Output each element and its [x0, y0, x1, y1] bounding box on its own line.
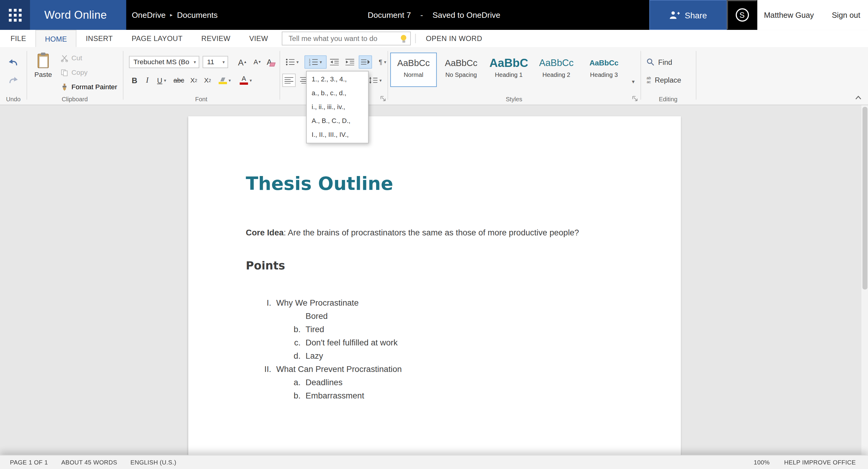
scrollbar-thumb[interactable] [863, 107, 868, 289]
ltr-direction-button[interactable] [359, 56, 372, 69]
doc-title[interactable]: Thesis Outline [246, 173, 624, 195]
style-no-spacing[interactable]: AaBbCc No Spacing [438, 53, 484, 87]
font-size-select[interactable]: 11 ▾ [203, 56, 228, 68]
document-name[interactable]: Document 7 [368, 10, 411, 19]
breadcrumb-onedrive[interactable]: OneDrive [132, 10, 165, 19]
brand-logo[interactable]: Word Online [30, 0, 126, 30]
tell-me-input[interactable] [287, 34, 401, 43]
help-improve-office-link[interactable]: HELP IMPROVE OFFICE [784, 459, 856, 466]
style-heading-3[interactable]: AaBbCc Heading 3 [581, 53, 627, 87]
align-left-button[interactable] [282, 73, 296, 87]
bold-button[interactable]: B [128, 73, 141, 87]
outline-item[interactable]: c.Don't feel fulfilled at work [246, 336, 624, 349]
open-in-word-button[interactable]: OPEN IN WORD [421, 34, 488, 43]
doc-points-heading[interactable]: Points [246, 259, 624, 273]
list-text: Embarrassment [306, 389, 364, 402]
outline-item[interactable]: d.Lazy [246, 349, 624, 363]
vertical-scrollbar[interactable] [861, 105, 868, 455]
rtl-direction-button[interactable]: ¶ ▾ [374, 56, 391, 69]
increase-indent-button[interactable] [343, 56, 356, 69]
zoom-level[interactable]: 100% [754, 459, 770, 466]
list-text: Bored [306, 310, 328, 323]
styles-gallery-more-button[interactable]: ▾ [629, 77, 638, 86]
outline-item[interactable]: b.Embarrassment [246, 389, 624, 402]
copy-icon [61, 69, 68, 76]
strikethrough-button[interactable]: abc [172, 73, 186, 87]
outline-item[interactable]: II.What Can Prevent Procrastination [246, 363, 624, 376]
style-heading-2[interactable]: AaBbCc Heading 2 [533, 53, 580, 87]
shrink-font-button[interactable]: A▼ [251, 56, 264, 68]
breadcrumb-documents[interactable]: Documents [177, 10, 218, 19]
cut-button[interactable]: Cut [61, 53, 82, 64]
list-text: Deadlines [306, 376, 343, 389]
outline-item[interactable]: b.Tired [246, 323, 624, 336]
doc-core-idea[interactable]: Core Idea: Are the brains of procrastina… [246, 226, 624, 239]
grow-font-button[interactable]: A▲ [236, 56, 249, 68]
italic-button[interactable]: I [142, 73, 152, 87]
chevron-down-icon: ▾ [297, 59, 299, 64]
numbering-option-lower-alpha[interactable]: a., b., c., d., [307, 87, 368, 100]
tab-home[interactable]: HOME [36, 30, 76, 47]
paste-button[interactable]: Paste [32, 53, 55, 86]
redo-button[interactable] [4, 73, 22, 87]
style-name: Heading 2 [542, 71, 570, 78]
font-family-select[interactable]: Trebuchet MS (Bo ▾ [129, 56, 199, 68]
grow-font-icon: A [238, 57, 244, 67]
top-bar-right: Share S Matthew Guay Sign out [649, 0, 868, 30]
copy-button[interactable]: Copy [61, 67, 88, 78]
skype-button[interactable]: S [727, 0, 757, 30]
numbering-option-lower-roman[interactable]: i., ii., iii., iv., [307, 100, 368, 114]
language-indicator[interactable]: ENGLISH (U.S.) [130, 459, 176, 466]
user-name[interactable]: Matthew Guay [764, 10, 814, 19]
outline-item[interactable]: I.Why We Procrastinate [246, 296, 624, 310]
format-painter-button[interactable]: Format Painter [61, 82, 117, 93]
highlight-color-button[interactable]: ▾ [216, 73, 234, 87]
subscript-button[interactable]: X2 [188, 73, 200, 87]
numbering-option-upper-alpha[interactable]: A., B., C., D., [307, 114, 368, 128]
clipboard-group-label: Clipboard [27, 96, 123, 102]
list-marker: I. [246, 296, 271, 310]
find-button[interactable]: Find [647, 56, 672, 68]
style-name: Heading 1 [495, 71, 523, 78]
paste-label: Paste [34, 71, 52, 79]
font-size-value: 11 [207, 58, 214, 66]
decrease-indent-button[interactable] [328, 56, 341, 69]
cut-label: Cut [71, 54, 82, 62]
numbering-button[interactable]: 1 2 3 ▾ [304, 56, 327, 69]
numbering-option-decimal[interactable]: 1., 2., 3., 4., [307, 73, 368, 87]
replace-button[interactable]: abac Replace [647, 73, 681, 86]
outline-item[interactable]: Bored [246, 310, 624, 323]
style-normal[interactable]: AaBbCc Normal [390, 53, 437, 87]
style-heading-1[interactable]: AaBbC Heading 1 [486, 53, 532, 87]
undo-button[interactable] [4, 56, 22, 69]
tab-view[interactable]: VIEW [240, 30, 278, 47]
font-color-button[interactable]: A ▾ [237, 73, 255, 87]
numbering-option-upper-roman[interactable]: I., II., III., IV., [307, 128, 368, 142]
tab-file[interactable]: FILE [1, 30, 36, 47]
editing-group-label: Editing [641, 96, 696, 102]
sign-out-link[interactable]: Sign out [832, 10, 860, 19]
tab-page-layout[interactable]: PAGE LAYOUT [122, 30, 192, 47]
tab-insert[interactable]: INSERT [76, 30, 122, 47]
svg-text:3: 3 [309, 63, 311, 66]
chevron-down-icon: ▾ [194, 59, 196, 64]
shrink-font-icon: A [253, 58, 258, 66]
format-painter-label: Format Painter [71, 83, 117, 91]
title-separator: - [421, 10, 423, 19]
app-launcher-button[interactable] [0, 0, 30, 30]
bullets-button[interactable]: ▾ [281, 56, 303, 69]
tab-review[interactable]: REVIEW [192, 30, 240, 47]
underline-button[interactable]: U ▾ [154, 73, 169, 87]
align-left-icon [284, 77, 293, 84]
document-canvas[interactable]: Thesis Outline Core Idea: Are the brains… [0, 105, 868, 455]
word-count[interactable]: ABOUT 45 WORDS [61, 459, 117, 466]
collapse-ribbon-button[interactable] [852, 93, 864, 102]
font-color-icon: A [240, 76, 248, 85]
outline-item[interactable]: a.Deadlines [246, 376, 624, 389]
superscript-button[interactable]: X2 [202, 73, 214, 87]
share-button[interactable]: Share [649, 0, 727, 30]
group-divider [696, 51, 696, 100]
lightbulb-icon [400, 34, 407, 43]
clear-formatting-button[interactable]: A [265, 56, 278, 68]
document-page[interactable]: Thesis Outline Core Idea: Are the brains… [188, 116, 681, 455]
